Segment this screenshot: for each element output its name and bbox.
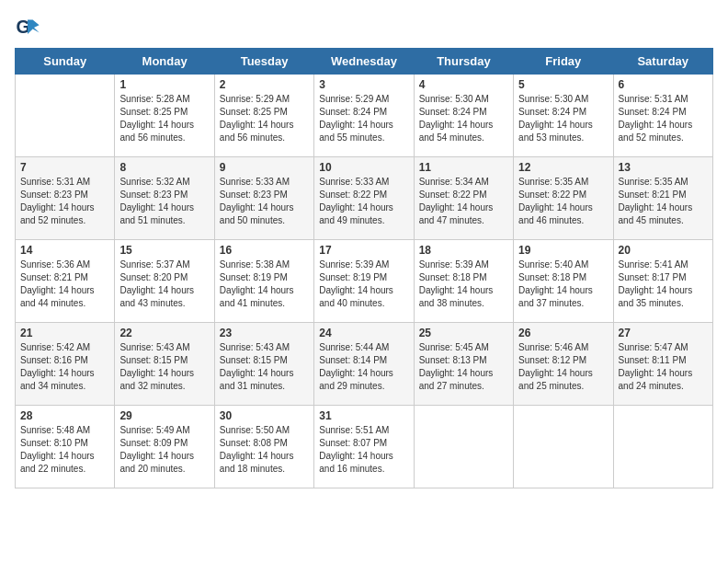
week-row-3: 14Sunrise: 5:36 AM Sunset: 8:21 PM Dayli…: [16, 240, 713, 323]
week-row-5: 28Sunrise: 5:48 AM Sunset: 8:10 PM Dayli…: [16, 406, 713, 488]
day-info: Sunrise: 5:36 AM Sunset: 8:21 PM Dayligh…: [20, 259, 109, 310]
day-number: 28: [20, 409, 109, 422]
calendar-table: SundayMondayTuesdayWednesdayThursdayFrid…: [15, 48, 713, 488]
day-number: 18: [419, 244, 508, 257]
day-number: 12: [518, 161, 608, 174]
day-info: Sunrise: 5:30 AM Sunset: 8:24 PM Dayligh…: [518, 93, 608, 144]
day-number: 29: [119, 409, 209, 422]
day-number: 17: [319, 244, 408, 257]
day-number: 2: [220, 78, 309, 91]
logo: G: [15, 15, 44, 40]
day-number: 23: [220, 327, 309, 339]
day-number: 21: [20, 327, 109, 339]
day-number: 10: [319, 161, 408, 174]
header-cell-wednesday: Wednesday: [314, 49, 414, 75]
day-number: 24: [319, 327, 408, 339]
day-number: 16: [220, 244, 309, 257]
day-number: 1: [119, 78, 209, 91]
calendar-cell: 1Sunrise: 5:28 AM Sunset: 8:25 PM Daylig…: [115, 75, 214, 157]
day-info: Sunrise: 5:33 AM Sunset: 8:23 PM Dayligh…: [220, 176, 309, 227]
svg-marker-1: [28, 20, 40, 34]
day-number: 8: [119, 161, 209, 174]
calendar-cell: [613, 406, 712, 488]
day-info: Sunrise: 5:40 AM Sunset: 8:18 PM Dayligh…: [518, 259, 608, 310]
header-cell-sunday: Sunday: [16, 49, 115, 75]
calendar-cell: 8Sunrise: 5:32 AM Sunset: 8:23 PM Daylig…: [115, 157, 214, 240]
calendar-cell: 11Sunrise: 5:34 AM Sunset: 8:22 PM Dayli…: [414, 157, 513, 240]
calendar-cell: 18Sunrise: 5:39 AM Sunset: 8:18 PM Dayli…: [414, 240, 513, 323]
calendar-cell: [16, 75, 115, 157]
day-info: Sunrise: 5:32 AM Sunset: 8:23 PM Dayligh…: [119, 176, 209, 227]
day-number: 5: [518, 78, 608, 91]
day-info: Sunrise: 5:35 AM Sunset: 8:22 PM Dayligh…: [518, 176, 608, 227]
calendar-cell: 13Sunrise: 5:35 AM Sunset: 8:21 PM Dayli…: [613, 157, 712, 240]
day-number: 25: [419, 327, 508, 339]
calendar-cell: 4Sunrise: 5:30 AM Sunset: 8:24 PM Daylig…: [414, 75, 513, 157]
header: G: [15, 15, 713, 40]
calendar-cell: 27Sunrise: 5:47 AM Sunset: 8:11 PM Dayli…: [613, 323, 712, 406]
header-cell-thursday: Thursday: [414, 49, 513, 75]
day-info: Sunrise: 5:29 AM Sunset: 8:25 PM Dayligh…: [220, 93, 309, 144]
calendar-cell: 21Sunrise: 5:42 AM Sunset: 8:16 PM Dayli…: [16, 323, 115, 406]
day-number: 11: [419, 161, 508, 174]
calendar-cell: 2Sunrise: 5:29 AM Sunset: 8:25 PM Daylig…: [214, 75, 313, 157]
day-number: 19: [518, 244, 608, 257]
header-cell-friday: Friday: [514, 49, 613, 75]
day-info: Sunrise: 5:41 AM Sunset: 8:17 PM Dayligh…: [619, 259, 708, 310]
day-number: 9: [220, 161, 309, 174]
calendar-cell: 25Sunrise: 5:45 AM Sunset: 8:13 PM Dayli…: [414, 323, 513, 406]
header-cell-saturday: Saturday: [613, 49, 712, 75]
day-info: Sunrise: 5:35 AM Sunset: 8:21 PM Dayligh…: [619, 176, 708, 227]
day-info: Sunrise: 5:28 AM Sunset: 8:25 PM Dayligh…: [119, 93, 209, 144]
day-number: 13: [619, 161, 708, 174]
calendar-cell: 23Sunrise: 5:43 AM Sunset: 8:15 PM Dayli…: [214, 323, 313, 406]
day-info: Sunrise: 5:51 AM Sunset: 8:07 PM Dayligh…: [319, 424, 408, 476]
calendar-cell: 10Sunrise: 5:33 AM Sunset: 8:22 PM Dayli…: [314, 157, 414, 240]
day-info: Sunrise: 5:46 AM Sunset: 8:12 PM Dayligh…: [518, 341, 608, 393]
day-info: Sunrise: 5:33 AM Sunset: 8:22 PM Dayligh…: [319, 176, 408, 227]
header-cell-tuesday: Tuesday: [214, 49, 313, 75]
calendar-cell: 15Sunrise: 5:37 AM Sunset: 8:20 PM Dayli…: [115, 240, 214, 323]
calendar-cell: 5Sunrise: 5:30 AM Sunset: 8:24 PM Daylig…: [514, 75, 613, 157]
day-number: 15: [119, 244, 209, 257]
calendar-cell: 29Sunrise: 5:49 AM Sunset: 8:09 PM Dayli…: [115, 406, 214, 488]
day-info: Sunrise: 5:31 AM Sunset: 8:23 PM Dayligh…: [20, 176, 109, 227]
day-info: Sunrise: 5:30 AM Sunset: 8:24 PM Dayligh…: [419, 93, 508, 144]
calendar-cell: 9Sunrise: 5:33 AM Sunset: 8:23 PM Daylig…: [214, 157, 313, 240]
week-row-2: 7Sunrise: 5:31 AM Sunset: 8:23 PM Daylig…: [16, 157, 713, 240]
calendar-cell: 20Sunrise: 5:41 AM Sunset: 8:17 PM Dayli…: [613, 240, 712, 323]
calendar-cell: [414, 406, 513, 488]
logo-icon: G: [15, 15, 40, 40]
calendar-cell: 17Sunrise: 5:39 AM Sunset: 8:19 PM Dayli…: [314, 240, 414, 323]
day-number: 26: [518, 327, 608, 339]
day-info: Sunrise: 5:42 AM Sunset: 8:16 PM Dayligh…: [20, 341, 109, 393]
calendar-cell: 31Sunrise: 5:51 AM Sunset: 8:07 PM Dayli…: [314, 406, 414, 488]
day-number: 27: [619, 327, 708, 339]
day-number: 20: [619, 244, 708, 257]
day-number: 6: [619, 78, 708, 91]
header-cell-monday: Monday: [115, 49, 214, 75]
day-number: 4: [419, 78, 508, 91]
day-info: Sunrise: 5:47 AM Sunset: 8:11 PM Dayligh…: [619, 341, 708, 393]
calendar-cell: 28Sunrise: 5:48 AM Sunset: 8:10 PM Dayli…: [16, 406, 115, 488]
day-info: Sunrise: 5:38 AM Sunset: 8:19 PM Dayligh…: [220, 259, 309, 310]
day-number: 7: [20, 161, 109, 174]
day-info: Sunrise: 5:49 AM Sunset: 8:09 PM Dayligh…: [119, 424, 209, 476]
calendar-cell: 7Sunrise: 5:31 AM Sunset: 8:23 PM Daylig…: [16, 157, 115, 240]
day-info: Sunrise: 5:48 AM Sunset: 8:10 PM Dayligh…: [20, 424, 109, 476]
day-number: 31: [319, 409, 408, 422]
day-info: Sunrise: 5:31 AM Sunset: 8:24 PM Dayligh…: [619, 93, 708, 144]
day-info: Sunrise: 5:29 AM Sunset: 8:24 PM Dayligh…: [319, 93, 408, 144]
calendar-cell: 19Sunrise: 5:40 AM Sunset: 8:18 PM Dayli…: [514, 240, 613, 323]
day-info: Sunrise: 5:50 AM Sunset: 8:08 PM Dayligh…: [220, 424, 309, 476]
day-info: Sunrise: 5:43 AM Sunset: 8:15 PM Dayligh…: [119, 341, 209, 393]
day-info: Sunrise: 5:43 AM Sunset: 8:15 PM Dayligh…: [220, 341, 309, 393]
week-row-1: 1Sunrise: 5:28 AM Sunset: 8:25 PM Daylig…: [16, 75, 713, 157]
calendar-cell: 22Sunrise: 5:43 AM Sunset: 8:15 PM Dayli…: [115, 323, 214, 406]
day-number: 30: [220, 409, 309, 422]
calendar-body: 1Sunrise: 5:28 AM Sunset: 8:25 PM Daylig…: [16, 75, 713, 488]
day-info: Sunrise: 5:39 AM Sunset: 8:18 PM Dayligh…: [419, 259, 508, 310]
calendar-cell: [514, 406, 613, 488]
day-info: Sunrise: 5:44 AM Sunset: 8:14 PM Dayligh…: [319, 341, 408, 393]
calendar-header: SundayMondayTuesdayWednesdayThursdayFrid…: [16, 49, 713, 75]
